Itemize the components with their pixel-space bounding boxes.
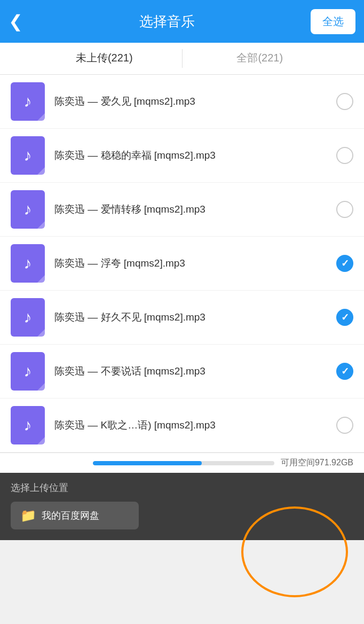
bottom-panel: 选择上传位置 📁 我的百度网盘	[0, 473, 364, 540]
music-item-name: 陈奕迅 — 爱情转移 [mqms2].mp3	[54, 202, 331, 217]
check-circle[interactable]	[336, 363, 353, 380]
music-file-icon	[11, 190, 45, 229]
storage-label: 可用空间971.92GB	[281, 457, 353, 469]
music-list-item[interactable]: 陈奕迅 — 稳稳的幸福 [mqms2].mp3	[0, 129, 364, 183]
music-item-name: 陈奕迅 — 稳稳的幸福 [mqms2].mp3	[54, 149, 331, 163]
music-item-name: 陈奕迅 — 浮夸 [mqms2].mp3	[54, 256, 331, 271]
check-circle[interactable]	[336, 309, 353, 326]
music-list-item[interactable]: 陈奕迅 — K歌之…语) [mqms2].mp3	[0, 399, 364, 453]
back-button[interactable]: ❮	[9, 13, 23, 30]
check-circle[interactable]	[336, 417, 353, 434]
storage-bar: 可用空间971.92GB	[0, 453, 364, 473]
music-list-item[interactable]: 陈奕迅 — 好久不见 [mqms2].mp3	[0, 291, 364, 345]
music-list-item[interactable]: 陈奕迅 — 爱情转移 [mqms2].mp3	[0, 183, 364, 237]
folder-icon: 📁	[20, 508, 36, 523]
tab-bar: 未上传(221) 全部(221)	[0, 43, 364, 75]
music-file-icon	[11, 82, 45, 121]
upload-location-button[interactable]: 📁 我的百度网盘	[11, 502, 139, 529]
header: ❮ 选择音乐 全选	[0, 0, 364, 43]
storage-track	[93, 461, 274, 465]
select-all-button[interactable]: 全选	[311, 9, 355, 34]
music-list-item[interactable]: 陈奕迅 — 浮夸 [mqms2].mp3	[0, 237, 364, 291]
check-circle[interactable]	[336, 147, 353, 164]
music-file-icon	[11, 352, 45, 391]
music-list-item[interactable]: 陈奕迅 — 不要说话 [mqms2].mp3	[0, 345, 364, 399]
tab-not-uploaded[interactable]: 未上传(221)	[27, 43, 182, 74]
music-file-icon	[11, 136, 45, 175]
music-file-icon	[11, 298, 45, 337]
music-list: 陈奕迅 — 爱久见 [mqms2].mp3陈奕迅 — 稳稳的幸福 [mqms2]…	[0, 75, 364, 453]
music-list-item[interactable]: 陈奕迅 — 爱久见 [mqms2].mp3	[0, 75, 364, 129]
page-title: 选择音乐	[139, 12, 195, 31]
tab-all[interactable]: 全部(221)	[183, 43, 338, 74]
check-circle[interactable]	[336, 201, 353, 218]
storage-fill	[93, 461, 202, 465]
check-circle[interactable]	[336, 255, 353, 272]
music-item-name: 陈奕迅 — 爱久见 [mqms2].mp3	[54, 95, 331, 109]
upload-location-label: 选择上传位置	[11, 481, 353, 494]
upload-location-name: 我的百度网盘	[42, 509, 99, 522]
music-item-name: 陈奕迅 — 好久不见 [mqms2].mp3	[54, 310, 331, 325]
check-circle[interactable]	[336, 93, 353, 110]
music-item-name: 陈奕迅 — 不要说话 [mqms2].mp3	[54, 364, 331, 379]
music-item-name: 陈奕迅 — K歌之…语) [mqms2].mp3	[54, 418, 331, 433]
music-file-icon	[11, 406, 45, 444]
music-file-icon	[11, 244, 45, 283]
